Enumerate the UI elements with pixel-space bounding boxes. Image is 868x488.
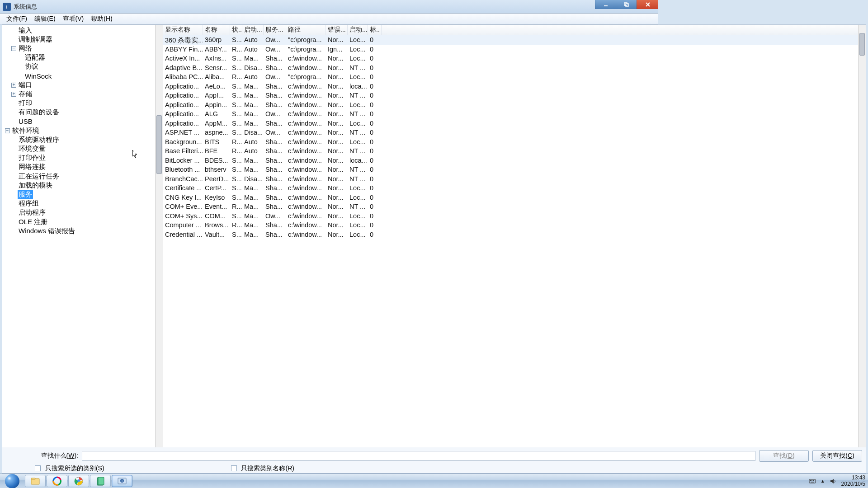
table-cell: Ma... bbox=[242, 119, 264, 128]
table-row[interactable]: COM+ Eve...Event...R...Ma...Sha...c:\win… bbox=[163, 202, 658, 211]
tree-item[interactable]: 打印作业 bbox=[2, 154, 155, 163]
table-cell: Brows... bbox=[203, 221, 230, 230]
table-cell: Auto bbox=[242, 45, 264, 54]
table-row[interactable]: ABBYY Fin...ABBY...R...AutoOw..."c:\prog… bbox=[163, 45, 658, 54]
table-cell: Sha... bbox=[264, 193, 286, 202]
tree-item[interactable]: 有问题的设备 bbox=[2, 108, 155, 117]
tree-item[interactable]: 正在运行任务 bbox=[2, 172, 155, 181]
tree-item-label: 调制解调器 bbox=[18, 35, 53, 44]
tree-item[interactable]: 网络连接 bbox=[2, 163, 155, 172]
tree-item[interactable]: 打印 bbox=[2, 99, 155, 108]
table-cell: Ma... bbox=[242, 165, 264, 174]
table-cell: aspne... bbox=[203, 128, 230, 137]
tree-item-label: 服务 bbox=[18, 190, 33, 199]
table-row[interactable]: Applicatio...AppM...S...Ma...Sha...c:\wi… bbox=[163, 119, 658, 128]
tree-item[interactable]: 程序组 bbox=[2, 199, 155, 208]
table-row[interactable]: Applicatio...AeLo...S...Ma...Sha...c:\wi… bbox=[163, 82, 658, 91]
table-cell: Nor... bbox=[326, 128, 348, 137]
table-row[interactable]: Backgroun...BITSR...AutoSha...c:\window.… bbox=[163, 137, 658, 147]
table-row[interactable]: Computer ...Brows...R...Ma...Sha...c:\wi… bbox=[163, 221, 658, 230]
table-cell: Nor... bbox=[326, 100, 348, 110]
tree-item[interactable]: 调制解调器 bbox=[2, 35, 155, 44]
tree-item[interactable]: USB bbox=[2, 117, 155, 126]
table-row[interactable]: Base Filteri...BFER...AutoSha...c:\windo… bbox=[163, 146, 658, 156]
maximize-button[interactable] bbox=[616, 0, 637, 9]
table-row[interactable]: CNG Key I...KeyIsoS...Ma...Sha...c:\wind… bbox=[163, 193, 658, 202]
menu-edit[interactable]: 编辑(E) bbox=[31, 14, 59, 24]
table-cell: Ma... bbox=[242, 230, 264, 239]
list-body[interactable]: 360 杀毒实...360rpS...AutoOw..."c:\progra..… bbox=[163, 35, 658, 239]
tree-item[interactable]: WinSock bbox=[2, 71, 155, 80]
tree-toggle-icon[interactable]: + bbox=[11, 83, 16, 88]
table-cell: c:\window... bbox=[286, 91, 326, 100]
table-row[interactable]: Applicatio...Appin...S...Ma...Sha...c:\w… bbox=[163, 100, 658, 110]
titlebar[interactable]: i 系统信息 bbox=[0, 0, 658, 14]
tree-item[interactable]: 适配器 bbox=[2, 53, 155, 62]
table-row[interactable]: Credential ...Vault...S...Ma...Sha...c:\… bbox=[163, 230, 658, 239]
tree-item[interactable]: 协议 bbox=[2, 62, 155, 71]
tree-scrollbar-thumb[interactable] bbox=[156, 115, 162, 174]
table-row[interactable]: Certificate ...CertP...S...Ma...Sha...c:… bbox=[163, 183, 658, 193]
table-row[interactable]: BitLocker ...BDES...S...Ma...Sha...c:\wi… bbox=[163, 156, 658, 165]
table-row[interactable]: Applicatio...AppI...S...Ma...Sha...c:\wi… bbox=[163, 91, 658, 100]
table-cell: CertP... bbox=[203, 183, 230, 193]
table-cell: Loc... bbox=[348, 221, 368, 230]
table-row[interactable]: ActiveX In...AxIns...S...Ma...Sha...c:\w… bbox=[163, 54, 658, 63]
table-row[interactable]: Adaptive B...Sensr...S...Disa...Sha...c:… bbox=[163, 63, 658, 73]
table-cell: 0 bbox=[368, 82, 382, 91]
table-cell: Nor... bbox=[326, 174, 348, 184]
tree-toggle-icon[interactable]: + bbox=[11, 92, 16, 97]
table-cell: NT ... bbox=[348, 174, 368, 184]
category-tree[interactable]: 输入调制解调器−网络适配器协议WinSock+端口+存储打印有问题的设备USB−… bbox=[2, 25, 155, 369]
table-cell: S... bbox=[230, 35, 242, 45]
menu-view[interactable]: 查看(V) bbox=[59, 14, 88, 24]
table-row[interactable]: Alibaba PC...Aliba...R...AutoOw..."c:\pr… bbox=[163, 72, 658, 82]
list-header[interactable]: 显示名称名称状...启动...服务...路径错误...启动...标.. bbox=[163, 25, 658, 35]
table-row[interactable]: 360 杀毒实...360rpS...AutoOw..."c:\progra..… bbox=[163, 35, 658, 45]
table-row[interactable]: Bluetooth ...bthservS...Ma...Sha...c:\wi… bbox=[163, 165, 658, 174]
app-icon: i bbox=[3, 3, 11, 11]
table-cell: 0 bbox=[368, 72, 382, 82]
table-cell: S... bbox=[230, 174, 242, 184]
table-cell: S... bbox=[230, 63, 242, 73]
tree-item[interactable]: −软件环境 bbox=[2, 126, 155, 135]
menu-file[interactable]: 文件(F) bbox=[3, 14, 31, 24]
table-cell: COM... bbox=[203, 211, 230, 221]
column-header[interactable]: 名称 bbox=[203, 25, 230, 35]
tree-item[interactable]: OLE 注册 bbox=[2, 217, 155, 226]
tree-item[interactable]: 启动程序 bbox=[2, 208, 155, 217]
tree-item[interactable]: 服务 bbox=[2, 190, 155, 199]
table-row[interactable]: BranchCac...PeerD...S...Disa...Sha...c:\… bbox=[163, 174, 658, 184]
column-header[interactable]: 错误... bbox=[326, 25, 348, 35]
table-cell: Vault... bbox=[203, 230, 230, 239]
minimize-button[interactable] bbox=[595, 0, 616, 9]
menu-help[interactable]: 帮助(H) bbox=[87, 14, 116, 24]
tree-toggle-icon[interactable]: − bbox=[11, 46, 16, 51]
table-cell: Ma... bbox=[242, 202, 264, 211]
column-header[interactable]: 状... bbox=[230, 25, 242, 35]
table-row[interactable]: Applicatio...ALGS...Ma...Ow...c:\window.… bbox=[163, 109, 658, 119]
tree-toggle-icon[interactable]: − bbox=[5, 128, 10, 133]
column-header[interactable]: 标.. bbox=[368, 25, 382, 35]
tree-item[interactable]: 系统驱动程序 bbox=[2, 135, 155, 144]
column-header[interactable]: 启动... bbox=[242, 25, 264, 35]
tree-item[interactable]: +端口 bbox=[2, 80, 155, 89]
column-header[interactable]: 服务... bbox=[264, 25, 286, 35]
table-cell: S... bbox=[230, 156, 242, 165]
column-header[interactable]: 启动... bbox=[348, 25, 368, 35]
tree-item[interactable]: 输入 bbox=[2, 26, 155, 35]
column-header[interactable]: 显示名称 bbox=[163, 25, 203, 35]
close-button[interactable] bbox=[637, 0, 658, 9]
tree-item[interactable]: +存储 bbox=[2, 89, 155, 99]
table-row[interactable]: COM+ Sys...COM...S...Ma...Ow...c:\window… bbox=[163, 211, 658, 221]
column-header[interactable]: 路径 bbox=[286, 25, 326, 35]
tree-item-label: 启动程序 bbox=[18, 208, 47, 217]
tree-item[interactable]: Windows 错误报告 bbox=[2, 226, 155, 235]
tree-item[interactable]: 环境变量 bbox=[2, 144, 155, 153]
table-cell: Sha... bbox=[264, 100, 286, 110]
tree-item[interactable]: 加载的模块 bbox=[2, 181, 155, 190]
table-row[interactable]: ASP.NET ...aspne...S...Disa...Ow...c:\wi… bbox=[163, 128, 658, 137]
tree-scrollbar[interactable] bbox=[155, 25, 163, 369]
tree-item[interactable]: −网络 bbox=[2, 44, 155, 53]
table-cell: KeyIso bbox=[203, 193, 230, 202]
